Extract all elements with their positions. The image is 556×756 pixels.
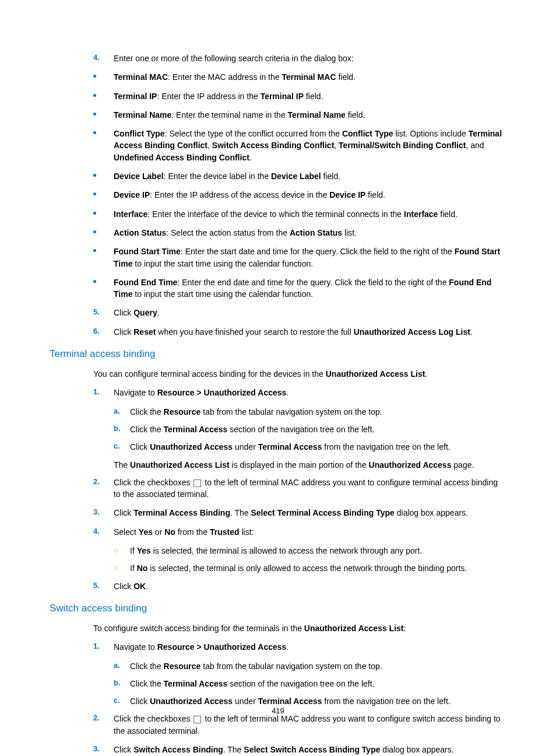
s1-step-2: 2.Click the checkboxes to the left of te… [93, 477, 506, 501]
s1-sub-a: a.Click the Resource tab from the tabula… [114, 406, 506, 418]
bullet-device-label: Device Label: Enter the device label in … [93, 170, 506, 182]
bullet-terminal-mac: Terminal MAC: Enter the MAC address in t… [93, 71, 506, 83]
s2-sub-c: c.Click Unauthorized Access under Termin… [114, 695, 506, 707]
content: 4.Enter one or more of the following sea… [93, 52, 506, 755]
s2-step-1: 1.Navigate to Resource > Unauthorized Ac… [93, 641, 506, 653]
step-4: 4.Enter one or more of the following sea… [93, 52, 506, 64]
bullet-interface: Interface: Enter the interface of the de… [93, 208, 506, 220]
s1-step-1: 1.Navigate to Resource > Unauthorized Ac… [93, 387, 506, 398]
s1-step-3: 3.Click Terminal Access Binding. The Sel… [93, 507, 506, 519]
heading-switch-access-binding: Switch access binding [50, 603, 506, 614]
bullet-terminal-name: Terminal Name: Enter the terminal name i… [93, 109, 506, 121]
s1-circ-yes: ○If Yes is selected, the terminal is all… [114, 545, 506, 556]
bullet-found-end-time: Found End Time: Enter the end date and t… [93, 276, 506, 300]
bullet-found-start-time: Found Start Time: Enter the start date a… [93, 246, 506, 270]
s1-sub-b: b.Click the Terminal Access section of t… [114, 424, 506, 435]
s2-sub-a: a.Click the Resource tab from the tabula… [114, 660, 506, 672]
bullet-device-ip: Device IP: Enter the IP address of the a… [93, 189, 506, 201]
s2-sub-b: b.Click the Terminal Access section of t… [114, 678, 506, 690]
s1-step-4: 4.Select Yes or No from the Trusted list… [93, 526, 506, 538]
s2-step-3: 3.Click Switch Access Binding. The Selec… [93, 744, 506, 755]
circle-icon: ○ [114, 562, 130, 574]
heading-terminal-access-binding: Terminal access binding [50, 348, 506, 360]
checkbox-icon [193, 716, 201, 723]
circle-icon: ○ [114, 545, 130, 556]
step-5: 5.Click Query. [93, 307, 506, 318]
s1-circ-no: ○If No is selected, the terminal is only… [114, 562, 506, 574]
page: 4.Enter one or more of the following sea… [0, 0, 556, 756]
bullet-terminal-ip: Terminal IP: Enter the IP address in the… [93, 90, 506, 102]
page-number: 419 [0, 706, 556, 715]
step-6: 6.Click Reset when you have finished you… [93, 326, 506, 338]
s2-step-2: 2.Click the checkboxes to the left of te… [93, 713, 506, 737]
s1-note: The Unauthorized Access List is displaye… [114, 459, 506, 471]
bullet-action-status: Action Status: Select the action status … [93, 227, 506, 239]
bullet-conflict-type: Conflict Type: Select the type of the co… [93, 128, 506, 163]
s1-sub-c: c.Click Unauthorized Access under Termin… [114, 441, 506, 453]
intro-terminal: You can configure terminal access bindin… [93, 368, 506, 380]
checkbox-icon [193, 480, 201, 487]
s1-step-5: 5.Click OK. [93, 580, 506, 592]
intro-switch: To configure switch access binding for t… [93, 622, 506, 634]
